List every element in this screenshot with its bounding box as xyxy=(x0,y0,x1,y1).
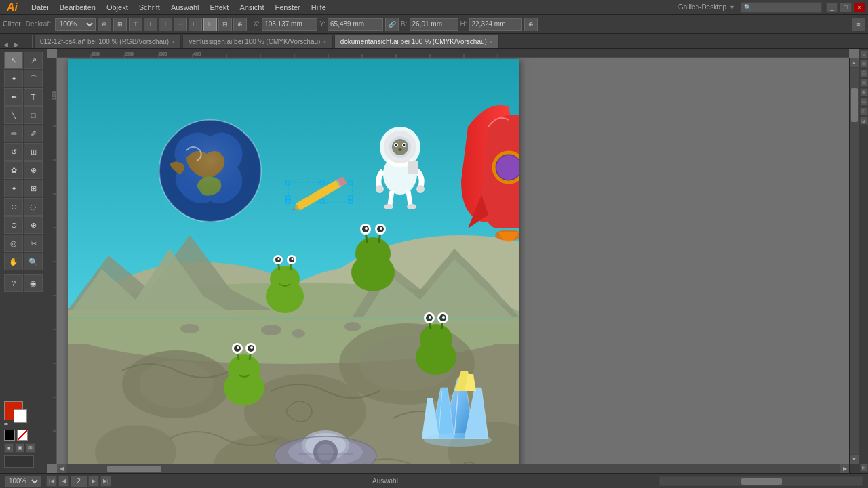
tool-zoom[interactable]: 🔍 xyxy=(24,253,43,270)
scroll-right-button[interactable]: ▶ xyxy=(840,464,849,474)
page-last[interactable]: ▶| xyxy=(100,476,111,487)
tab-0[interactable]: 012-12f-cs4.ai* bei 100 % (RGB/Vorschau)… xyxy=(34,35,181,48)
tab-scroll-left[interactable]: ◀ xyxy=(0,41,11,48)
tool-measure[interactable]: ⊕ xyxy=(24,216,43,234)
scroll-up-button[interactable]: ▲ xyxy=(850,58,859,68)
tb-btn-1[interactable]: ⊕ xyxy=(98,18,111,31)
scroll-track-h[interactable] xyxy=(66,464,840,473)
panel-expand-2[interactable]: ⊞ xyxy=(860,60,868,68)
panel-collapse[interactable]: ▶ xyxy=(860,464,868,472)
minimize-button[interactable]: _ xyxy=(826,3,838,12)
tab-2-close[interactable]: × xyxy=(490,39,493,45)
tab-1[interactable]: verflüssigen.ai bei 100 % (CMYK/Vorschau… xyxy=(182,35,332,48)
tool-free-transform[interactable]: ⊕ xyxy=(24,161,43,179)
maximize-button[interactable]: □ xyxy=(840,3,852,12)
tool-lasso[interactable]: ⌒ xyxy=(24,70,43,87)
tool-rotate[interactable]: ↺ xyxy=(4,143,23,161)
menu-fenster[interactable]: Fenster xyxy=(269,2,305,13)
tool-direct-select[interactable]: ↗ xyxy=(24,52,43,69)
tool-scale[interactable]: ⊞ xyxy=(24,143,43,161)
default-colors[interactable] xyxy=(4,430,15,441)
lock-proportions[interactable]: 🔗 xyxy=(385,18,399,31)
stroke-swatch[interactable] xyxy=(14,409,27,423)
align-hcenter[interactable]: ⊢ xyxy=(189,18,202,31)
menu-ansicht[interactable]: Ansicht xyxy=(234,2,269,13)
panel-expand-3[interactable]: ⊟ xyxy=(860,69,868,77)
h-scroll-bar[interactable] xyxy=(659,476,863,486)
zoom-select[interactable]: 100% xyxy=(5,476,41,487)
page-first[interactable]: |◀ xyxy=(46,476,57,487)
desktop-dropdown-icon[interactable]: ▼ xyxy=(729,4,735,11)
tool-hand[interactable]: ✋ xyxy=(4,253,23,270)
tool-warp[interactable]: ✿ xyxy=(4,161,23,179)
tb-constrain[interactable]: ⊕ xyxy=(524,18,538,31)
tb-btn-2[interactable]: ⊞ xyxy=(113,18,127,31)
page-prev[interactable]: ◀ xyxy=(58,476,69,487)
tool-magic-wand[interactable]: ✦ xyxy=(4,70,23,87)
tool-mesh[interactable]: ⊕ xyxy=(4,198,23,216)
vertical-scrollbar[interactable]: ▲ ▼ xyxy=(849,58,859,464)
panel-expand-5[interactable]: ◈ xyxy=(860,88,868,96)
menu-schrift[interactable]: Schrift xyxy=(134,2,165,13)
close-button[interactable]: × xyxy=(853,3,865,12)
tab-1-close[interactable]: × xyxy=(323,39,326,45)
tab-0-close[interactable]: × xyxy=(172,39,175,45)
x-coord-input[interactable]: 103,137 mm xyxy=(262,18,317,30)
opacity-select[interactable]: 100% xyxy=(55,18,96,30)
fill-mode-solid[interactable]: ■ xyxy=(4,443,14,453)
b-coord-input[interactable]: 26,01 mm xyxy=(410,18,458,30)
tool-scissors[interactable]: ✂ xyxy=(24,235,43,252)
scroll-down-button[interactable]: ▼ xyxy=(850,454,859,464)
none-color[interactable] xyxy=(17,430,28,441)
tool-select[interactable]: ↖ xyxy=(4,52,23,69)
panel-expand-7[interactable]: ◫ xyxy=(860,107,868,115)
menu-effekt[interactable]: Effekt xyxy=(204,2,234,13)
panel-expand-4[interactable]: ⊠ xyxy=(860,79,868,87)
menu-datei[interactable]: Datei xyxy=(26,2,54,13)
tool-extra[interactable]: ◉ xyxy=(24,274,43,292)
swap-fill-stroke[interactable]: ⇄ xyxy=(4,422,8,427)
menu-auswahl[interactable]: Auswahl xyxy=(165,2,205,13)
scroll-thumb-h[interactable] xyxy=(107,466,161,472)
tool-help[interactable]: ? xyxy=(4,274,23,292)
tool-line[interactable]: ╲ xyxy=(4,106,23,124)
tool-pencil[interactable]: ✐ xyxy=(24,125,43,142)
tool-shape[interactable]: □ xyxy=(24,106,43,124)
scroll-thumb-v[interactable] xyxy=(851,88,858,122)
y-coord-input[interactable]: 65,489 mm xyxy=(328,18,383,30)
tab-scroll-right[interactable]: ▶ xyxy=(11,41,22,48)
page-number-input[interactable] xyxy=(71,476,87,487)
canvas-area[interactable]: 100 200 300 400 xyxy=(47,49,859,473)
tb-extra1[interactable]: ⊕ xyxy=(233,18,247,31)
menu-bearbeiten[interactable]: Bearbeiten xyxy=(54,2,101,13)
align-left[interactable]: ⊣ xyxy=(174,18,187,31)
align-top[interactable]: ⊤ xyxy=(129,18,142,31)
tool-pen[interactable]: ✒ xyxy=(4,88,23,106)
color-preview[interactable] xyxy=(4,455,34,468)
scroll-left-button[interactable]: ◀ xyxy=(57,464,66,474)
page-next[interactable]: ▶ xyxy=(88,476,99,487)
tool-paintbrush[interactable]: ✏ xyxy=(4,125,23,142)
h-scroll-thumb[interactable] xyxy=(741,478,782,485)
panel-expand-6[interactable]: ⊡ xyxy=(860,98,868,106)
menu-objekt[interactable]: Objekt xyxy=(101,2,134,13)
tool-eyedropper[interactable]: ⊙ xyxy=(4,216,23,234)
scroll-track-v[interactable] xyxy=(850,68,859,454)
tool-gradient[interactable]: ◌ xyxy=(24,198,43,216)
fill-mode-gradient[interactable]: ▣ xyxy=(15,443,24,453)
tab-2[interactable]: dokumentansicht.ai bei 100 % (CMYK/Vorsc… xyxy=(334,35,500,48)
tool-text[interactable]: T xyxy=(24,88,43,106)
distribute[interactable]: ⊟ xyxy=(218,18,232,31)
align-bottom[interactable]: ⊥ xyxy=(159,18,172,31)
fill-mode-pattern[interactable]: ⊠ xyxy=(26,443,35,453)
panel-expand-1[interactable]: ≡ xyxy=(860,50,868,58)
horizontal-scrollbar[interactable]: ◀ ▶ xyxy=(57,464,849,473)
align-vcenter[interactable]: ⊥ xyxy=(144,18,157,31)
tb-panel-toggle[interactable]: ≡ xyxy=(852,18,865,31)
tool-graph[interactable]: ⊞ xyxy=(24,180,43,197)
tool-blend[interactable]: ◎ xyxy=(4,235,23,252)
menu-hilfe[interactable]: Hilfe xyxy=(306,2,332,13)
panel-expand-8[interactable]: ◪ xyxy=(860,117,868,125)
zoom-control[interactable]: 100% xyxy=(5,476,41,487)
h-coord-input[interactable]: 22,324 mm xyxy=(469,18,522,30)
